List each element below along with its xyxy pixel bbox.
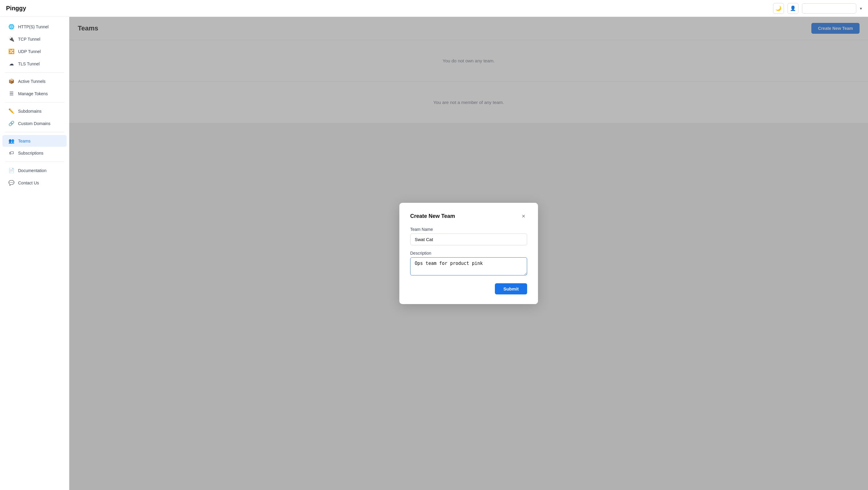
create-team-modal: Create New Team × Team Name Description … <box>399 203 538 304</box>
team-name-group: Team Name <box>410 227 527 245</box>
active-tunnels-icon: 📦 <box>8 78 14 84</box>
sidebar-item-label: Subdomains <box>18 109 41 114</box>
sidebar-item-manage-tokens[interactable]: ☰ Manage Tokens <box>2 88 67 99</box>
user-profile-button[interactable]: 👤 <box>787 3 798 14</box>
sidebar-item-tcp-tunnel[interactable]: 🔌 TCP Tunnel <box>2 33 67 45</box>
sidebar-item-label: Manage Tokens <box>18 91 48 96</box>
sidebar-item-label: Teams <box>18 139 30 144</box>
moon-icon: 🌙 <box>775 5 781 11</box>
sidebar-item-custom-domains[interactable]: 🔗 Custom Domains <box>2 118 67 129</box>
submit-button[interactable]: Submit <box>495 283 527 295</box>
app-body: 🌐 HTTP(S) Tunnel 🔌 TCP Tunnel 🔀 UDP Tunn… <box>0 17 868 490</box>
sidebar: 🌐 HTTP(S) Tunnel 🔌 TCP Tunnel 🔀 UDP Tunn… <box>0 17 69 490</box>
contact-us-icon: 💬 <box>8 180 14 186</box>
subdomains-icon: ✏️ <box>8 108 14 114</box>
sidebar-item-label: Contact Us <box>18 181 39 185</box>
sidebar-item-label: Custom Domains <box>18 121 50 126</box>
main-content: Teams Create New Team You do not own any… <box>69 17 868 490</box>
header: Pinggy 🌙 👤 ▾ <box>0 0 868 17</box>
sidebar-item-teams[interactable]: 👥 Teams <box>2 135 67 147</box>
description-group: Description <box>410 251 527 277</box>
sidebar-item-label: TLS Tunnel <box>18 61 40 66</box>
sidebar-item-contact-us[interactable]: 💬 Contact Us <box>2 177 67 189</box>
manage-tokens-icon: ☰ <box>8 91 14 96</box>
search-input[interactable] <box>802 3 856 13</box>
sidebar-item-label: TCP Tunnel <box>18 37 40 41</box>
modal-backdrop: Create New Team × Team Name Description … <box>69 17 868 490</box>
modal-header: Create New Team × <box>410 212 527 220</box>
user-icon: 👤 <box>790 5 796 11</box>
team-name-input[interactable] <box>410 234 527 245</box>
team-name-label: Team Name <box>410 227 527 232</box>
sidebar-item-subscriptions[interactable]: 🏷 Subscriptions <box>2 147 67 159</box>
sidebar-item-label: Active Tunnels <box>18 79 45 84</box>
teams-icon: 👥 <box>8 138 14 144</box>
sidebar-item-active-tunnels[interactable]: 📦 Active Tunnels <box>2 75 67 87</box>
http-tunnel-icon: 🌐 <box>8 24 14 30</box>
sidebar-item-label: UDP Tunnel <box>18 49 41 54</box>
header-right: 🌙 👤 ▾ <box>773 3 862 14</box>
sidebar-item-tls-tunnel[interactable]: ☁ TLS Tunnel <box>2 58 67 70</box>
sidebar-item-subdomains[interactable]: ✏️ Subdomains <box>2 105 67 117</box>
description-label: Description <box>410 251 527 255</box>
udp-tunnel-icon: 🔀 <box>8 49 14 54</box>
sidebar-divider-4 <box>5 161 64 162</box>
sidebar-divider-1 <box>5 72 64 73</box>
sidebar-item-label: Documentation <box>18 168 46 173</box>
tls-tunnel-icon: ☁ <box>8 61 14 67</box>
sidebar-divider-3 <box>5 132 64 132</box>
documentation-icon: 📄 <box>8 167 14 173</box>
modal-title: Create New Team <box>410 213 455 219</box>
custom-domains-icon: 🔗 <box>8 121 14 126</box>
sidebar-divider-2 <box>5 102 64 102</box>
sidebar-item-udp-tunnel[interactable]: 🔀 UDP Tunnel <box>2 45 67 57</box>
sidebar-item-label: Subscriptions <box>18 151 43 155</box>
modal-footer: Submit <box>410 283 527 295</box>
modal-close-button[interactable]: × <box>520 212 527 220</box>
header-dropdown-arrow[interactable]: ▾ <box>860 6 862 11</box>
subscriptions-icon: 🏷 <box>8 150 14 156</box>
app-logo: Pinggy <box>6 5 26 12</box>
sidebar-item-label: HTTP(S) Tunnel <box>18 24 49 29</box>
sidebar-item-documentation[interactable]: 📄 Documentation <box>2 164 67 176</box>
tcp-tunnel-icon: 🔌 <box>8 36 14 42</box>
theme-toggle-button[interactable]: 🌙 <box>773 3 784 14</box>
sidebar-item-http-tunnel[interactable]: 🌐 HTTP(S) Tunnel <box>2 21 67 33</box>
description-input[interactable] <box>410 257 527 275</box>
